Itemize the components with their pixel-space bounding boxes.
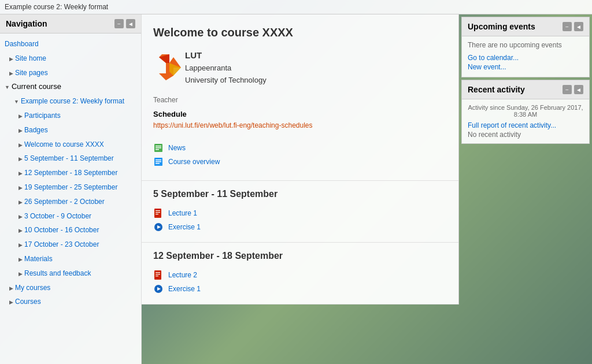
recent-activity-title: Recent activity <box>468 85 525 94</box>
teacher-label: Teacher <box>153 96 447 104</box>
svg-rect-12 <box>156 210 160 211</box>
schedule-link[interactable]: https://uni.lut.fi/en/web/lut.fi-eng/tea… <box>153 121 313 129</box>
exercise-icon-2 <box>153 284 164 294</box>
main-layout: Navigation − ◄ Dashboard ▶Site home ▶Sit… <box>0 14 592 364</box>
lut-line1: Lappeenranta <box>185 62 267 75</box>
full-report-link[interactable]: Full report of recent activity... <box>468 121 583 129</box>
current-course-label: Current course <box>12 82 61 91</box>
sidebar-item-dashboard: Dashboard <box>0 37 141 51</box>
news-link[interactable]: News <box>168 144 186 152</box>
resource-list: News Course overview <box>153 135 447 174</box>
welcome-section: Welcome to course XXXX LUT Lappeenranta … <box>142 14 458 181</box>
sidebar-item-materials: ▶Materials <box>0 252 141 266</box>
week6-link[interactable]: 10 October - 16 October <box>24 226 99 234</box>
week3-link[interactable]: 19 September - 25 September <box>24 183 117 191</box>
sidebar-item-results: ▶Results and feedback <box>0 266 141 281</box>
svg-rect-4 <box>156 146 161 147</box>
week1-lecture1[interactable]: Lecture 1 <box>153 206 447 220</box>
site-home-link[interactable]: Site home <box>15 54 46 62</box>
recent-activity-body: Activity since Sunday, 26 February 2017,… <box>462 99 589 143</box>
site-pages-link[interactable]: Site pages <box>15 69 48 77</box>
week1-link[interactable]: 5 September - 11 September <box>24 154 114 162</box>
sidebar-navigation: Dashboard ▶Site home ▶Site pages ▼Curren… <box>0 34 141 313</box>
new-event-link[interactable]: New event... <box>468 63 583 71</box>
recent-activity-minimize-button[interactable]: − <box>563 85 572 94</box>
svg-rect-13 <box>156 212 160 213</box>
sidebar-title: Navigation <box>6 19 47 28</box>
recent-activity-back-button[interactable]: ◄ <box>574 85 583 94</box>
week2-exercise1[interactable]: Exercise 1 <box>153 282 447 296</box>
week-section-1: 5 September - 11 September Lecture 1 <box>142 181 458 243</box>
course-overview-icon <box>153 157 164 167</box>
resource-item-news[interactable]: News <box>153 141 447 155</box>
week2-title: 12 September - 18 September <box>153 251 447 261</box>
sidebar-item-my-courses: ▶My courses <box>0 281 141 295</box>
no-events-text: There are no upcoming events <box>468 41 583 49</box>
right-panel: Upcoming events − ◄ There are no upcomin… <box>459 14 592 364</box>
upcoming-events-body: There are no upcoming events Go to calen… <box>462 36 589 77</box>
svg-rect-5 <box>156 147 161 148</box>
lecture1-link[interactable]: Lecture 1 <box>168 209 197 217</box>
activity-since-text: Activity since Sunday, 26 February 2017,… <box>468 104 583 118</box>
svg-rect-8 <box>156 159 161 161</box>
page-title: Example course 2: Weekly format <box>5 3 108 11</box>
course-name-link[interactable]: Example course 2: Weekly format <box>21 97 124 105</box>
sidebar-item-badges: ▶Badges <box>0 123 141 138</box>
sidebar-item-week7: ▶17 October - 23 October <box>0 237 141 252</box>
welcome-link[interactable]: Welcome to course XXXX <box>24 140 104 148</box>
week5-link[interactable]: 3 October - 9 October <box>24 212 91 220</box>
week2-link[interactable]: 12 September - 18 September <box>24 169 117 177</box>
sidebar-back-button[interactable]: ◄ <box>126 19 135 28</box>
upcoming-events-back-button[interactable]: ◄ <box>574 22 583 31</box>
upcoming-events-header: Upcoming events − ◄ <box>462 17 589 36</box>
lut-logo <box>153 51 185 83</box>
week1-exercise1[interactable]: Exercise 1 <box>153 220 447 234</box>
my-courses-link[interactable]: My courses <box>15 284 50 292</box>
results-link[interactable]: Results and feedback <box>24 269 91 277</box>
sidebar-controls: − ◄ <box>114 19 135 28</box>
svg-rect-19 <box>156 274 160 274</box>
go-to-calendar-link[interactable]: Go to calendar... <box>468 54 583 62</box>
lut-text: LUT Lappeenranta University of Technolog… <box>185 49 267 87</box>
exercise-icon <box>153 222 164 232</box>
schedule-section: Schedule https://uni.lut.fi/en/web/lut.f… <box>153 110 447 129</box>
lut-line2: University of Technology <box>185 75 267 87</box>
svg-rect-10 <box>156 163 160 164</box>
sidebar-header: Navigation − ◄ <box>0 14 141 34</box>
course-content: Welcome to course XXXX LUT Lappeenranta … <box>142 14 459 304</box>
week4-link[interactable]: 26 September - 2 October <box>24 198 105 206</box>
recent-activity-controls: − ◄ <box>563 85 583 94</box>
sidebar-minimize-button[interactable]: − <box>114 19 124 28</box>
participants-link[interactable]: Participants <box>24 112 61 120</box>
week2-lecture2[interactable]: Lecture 2 <box>153 268 447 282</box>
upcoming-events-minimize-button[interactable]: − <box>563 22 572 31</box>
title-bar: Example course 2: Weekly format <box>0 0 592 14</box>
sidebar-item-courses: ▶Courses <box>0 295 141 309</box>
sidebar-item-week4: ▶26 September - 2 October <box>0 195 141 209</box>
resource-item-course-overview[interactable]: Course overview <box>153 155 447 169</box>
week7-link[interactable]: 17 October - 23 October <box>24 240 99 248</box>
exercise1-link[interactable]: Exercise 1 <box>168 223 201 231</box>
no-recent-activity-text: No recent activity <box>468 131 583 139</box>
upcoming-events-title: Upcoming events <box>468 22 535 31</box>
svg-rect-9 <box>156 161 161 162</box>
recent-activity-header: Recent activity − ◄ <box>462 80 589 99</box>
sidebar-item-welcome: ▶Welcome to course XXXX <box>0 138 141 152</box>
lecture2-link[interactable]: Lecture 2 <box>168 271 197 279</box>
materials-link[interactable]: Materials <box>24 255 53 263</box>
course-overview-link[interactable]: Course overview <box>168 158 220 166</box>
courses-link[interactable]: Courses <box>15 298 41 306</box>
dashboard-link[interactable]: Dashboard <box>5 40 39 48</box>
svg-rect-17 <box>154 270 161 280</box>
svg-rect-20 <box>156 276 158 276</box>
lut-name: LUT <box>185 49 267 62</box>
recent-activity-panel: Recent activity − ◄ Activity since Sunda… <box>461 80 590 144</box>
upcoming-events-panel: Upcoming events − ◄ There are no upcomin… <box>461 17 590 77</box>
main-content: Welcome to course XXXX LUT Lappeenranta … <box>142 14 459 364</box>
svg-rect-18 <box>156 272 160 273</box>
badges-link[interactable]: Badges <box>24 126 48 134</box>
exercise1b-link[interactable]: Exercise 1 <box>168 285 201 293</box>
welcome-title: Welcome to course XXXX <box>153 26 447 39</box>
sidebar-item-site-home: ▶Site home <box>0 51 141 66</box>
sidebar-item-week5: ▶3 October - 9 October <box>0 209 141 224</box>
